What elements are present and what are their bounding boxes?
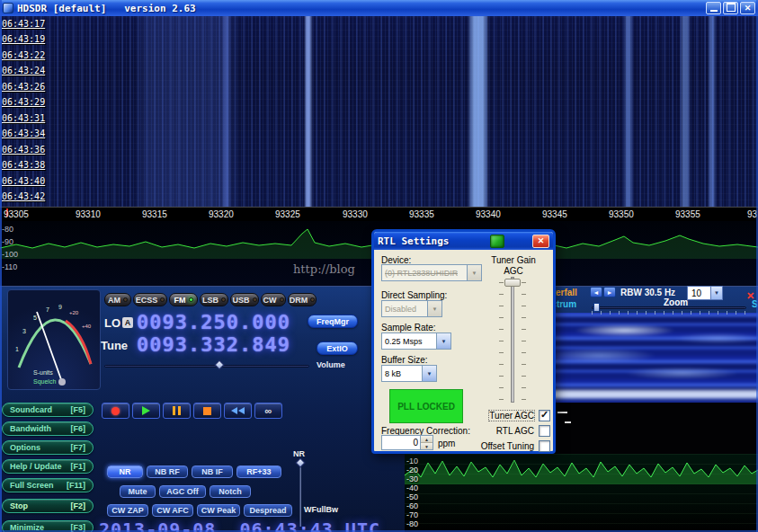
s-meter-tick: +40: [82, 324, 92, 329]
stop-button[interactable]: Stop[F2]: [2, 499, 94, 513]
rewind-icon: [231, 407, 245, 414]
mode-button-fm[interactable]: FM: [169, 293, 198, 306]
freq-tick: 93315: [142, 209, 167, 219]
buffer-size-dropdown[interactable]: 8 kB: [381, 365, 437, 382]
direct-sampling-dropdown[interactable]: Disabled: [381, 300, 442, 317]
minimize-icon[interactable]: [706, 2, 721, 14]
rbw-label: RBW 30.5 Hz: [620, 288, 675, 297]
nr-slider-track[interactable]: [299, 462, 301, 527]
s-units-label: S-units: [33, 369, 53, 376]
maximize-icon[interactable]: [723, 2, 738, 14]
nb-if-button[interactable]: NB IF: [192, 466, 233, 478]
close-panel-icon[interactable]: [746, 287, 758, 298]
mode-button-cw[interactable]: CW: [261, 293, 286, 306]
rf-gain-button[interactable]: RF+33: [236, 466, 281, 478]
gain-slider-track[interactable]: [511, 277, 514, 403]
mode-button-ecss[interactable]: ECSS: [133, 293, 167, 306]
rtl-agc-row: RTL AGC: [464, 424, 550, 438]
minimize-app-button[interactable]: Minimize[F3]: [2, 520, 94, 532]
tune-label: Tune: [101, 339, 128, 352]
mode-button-usb[interactable]: USB: [230, 293, 259, 306]
waterfall-display[interactable]: 06:43:17 06:43:19 06:43:22 06:43:24 06:4…: [0, 16, 758, 207]
freq-tick: 93325: [275, 209, 300, 219]
nr-slider-label: NR: [293, 449, 305, 458]
s-meter[interactable]: 1 3 5 7 9 +20 +40 S-units Squelch: [7, 289, 101, 390]
mode-led: [160, 297, 165, 302]
waterfall-timestamp: 06:43:36: [2, 145, 45, 155]
rf-db-label: -50: [406, 492, 418, 501]
wfullbw-label[interactable]: WFullBw: [304, 505, 338, 514]
extio-dll-icon[interactable]: [490, 235, 504, 248]
rf-spectrum-display[interactable]: -10 -20 -30 -40 -50 -60 -70 -80: [405, 454, 758, 532]
waterfall-timestamp: 06:43:40: [2, 176, 45, 186]
offset-tuning-label: Offset Tuning: [481, 441, 534, 451]
agc-off-button[interactable]: AGC Off: [159, 485, 206, 498]
lo-vfo-badge[interactable]: A: [122, 317, 133, 328]
spin-down-icon[interactable]: [421, 443, 433, 449]
speed-label: S: [752, 299, 758, 309]
notch-button[interactable]: Notch: [210, 485, 251, 498]
chevron-down-icon: [422, 366, 436, 381]
play-icon: [142, 406, 150, 415]
despread-button[interactable]: Despread: [244, 504, 292, 517]
nb-rf-button[interactable]: NB RF: [147, 466, 188, 478]
stop-playback-button[interactable]: [193, 403, 221, 419]
device-dropdown[interactable]: (0) RTL2838UHIDIR: [381, 264, 482, 281]
hdsdr-window: HDSDR [default] version 2.63 06:43:17 06…: [0, 0, 758, 532]
cw-afc-button[interactable]: CW AFC: [152, 504, 193, 517]
waterfall-timestamp: 06:43:19: [2, 34, 45, 44]
dialog-close-icon[interactable]: [532, 235, 549, 248]
volume-slider-track[interactable]: [104, 365, 309, 368]
tune-frequency-readout[interactable]: 0093.332.849: [137, 333, 290, 356]
waterfall-timestamp: 06:43:17: [2, 19, 45, 29]
rewind-button[interactable]: [224, 403, 252, 419]
rtl-agc-checkbox[interactable]: [539, 425, 550, 437]
mute-button[interactable]: Mute: [120, 485, 156, 498]
rf-db-label: -70: [406, 510, 418, 519]
frequency-scale[interactable]: 93305 93310 93315 93320 93325 93330 9333…: [0, 207, 758, 221]
left-arrow-icon[interactable]: [590, 287, 602, 297]
gain-slider-thumb[interactable]: [504, 279, 521, 287]
frequency-correction-spinner: [381, 435, 433, 450]
sample-rate-dropdown[interactable]: 0.25 Msps: [381, 332, 451, 350]
play-button[interactable]: [132, 403, 160, 419]
fullscreen-button[interactable]: Full Screen[F11]: [2, 478, 94, 492]
zoom-slider-track[interactable]: [592, 306, 746, 309]
cw-zap-button[interactable]: CW ZAP: [107, 504, 148, 517]
tuner-agc-checkbox[interactable]: [539, 410, 550, 421]
waterfall-timestamp: 06:43:24: [2, 66, 45, 75]
mode-button-lsb[interactable]: LSB: [200, 293, 228, 306]
record-button[interactable]: [102, 403, 129, 419]
loop-button[interactable]: [254, 403, 282, 419]
zoom-slider-ticks: [592, 311, 746, 315]
dialog-title-bar[interactable]: RTL Settings: [374, 232, 553, 250]
cw-peak-button[interactable]: CW Peak: [197, 504, 240, 517]
bandwidth-button[interactable]: Bandwidth[F6]: [2, 421, 94, 436]
spin-up-icon[interactable]: [421, 436, 433, 443]
options-button[interactable]: Options[F7]: [2, 440, 94, 455]
mode-led: [189, 297, 193, 302]
freq-tick: 93345: [542, 209, 567, 219]
soundcard-button[interactable]: Soundcard[F5]: [2, 403, 94, 417]
sample-rate-label: Sample Rate:: [381, 323, 436, 332]
pause-icon: [173, 406, 181, 415]
s-meter-tick: 7: [46, 306, 49, 313]
mode-button-am[interactable]: AM: [104, 293, 131, 306]
right-arrow-icon[interactable]: [603, 287, 616, 297]
lo-frequency-readout[interactable]: 0093.250.000: [137, 311, 290, 333]
help-update-button[interactable]: Help / Update[F1]: [2, 459, 94, 474]
freqmgr-button[interactable]: FreqMgr: [308, 315, 358, 328]
pause-button[interactable]: [163, 403, 191, 419]
waterfall-timestamp: 06:43:42: [2, 191, 45, 201]
nr-button[interactable]: NR: [107, 466, 143, 478]
mode-button-drm[interactable]: DRM: [288, 293, 317, 306]
s-meter-gauge: 1 3 5 7 9 +20 +40 S-units Squelch: [8, 290, 100, 389]
frequency-correction-input[interactable]: [382, 436, 420, 449]
extio-button[interactable]: ExtIO: [317, 341, 358, 355]
mode-led: [123, 297, 128, 302]
offset-tuning-checkbox[interactable]: [539, 440, 550, 452]
avg-dropdown[interactable]: 10: [687, 286, 723, 300]
freq-tick: 93305: [4, 209, 29, 219]
loop-icon: [265, 406, 272, 415]
close-icon[interactable]: [740, 2, 755, 14]
